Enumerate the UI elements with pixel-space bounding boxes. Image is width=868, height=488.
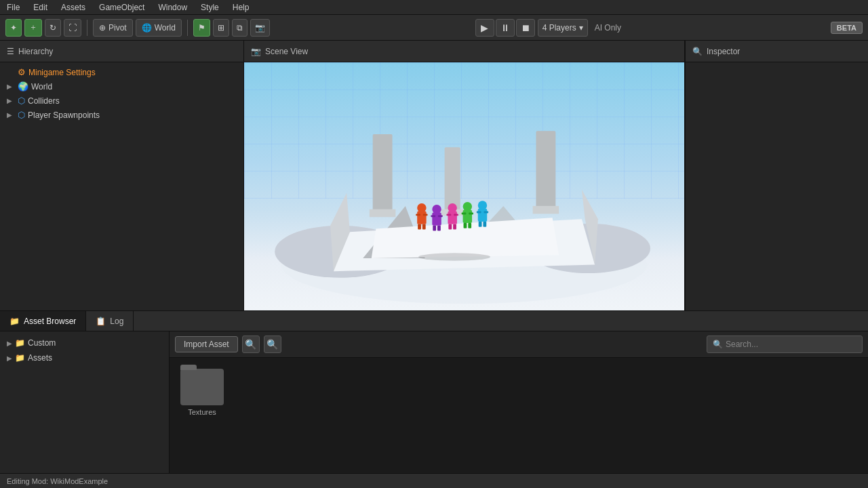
- menu-assets[interactable]: Assets: [58, 1, 88, 14]
- players-label: 4 Players: [542, 23, 576, 33]
- separator-2: [187, 20, 188, 36]
- folder-icon: 📁: [15, 338, 25, 348]
- transport-controls: ▶ ⏸ ⏹: [475, 19, 535, 37]
- svg-rect-40: [483, 222, 486, 227]
- asset-bottom: ▶ 📁 Custom ▶ 📁 Assets Import Asset 🔍: [0, 331, 868, 473]
- folder-icon: 📁: [9, 317, 20, 326]
- tree-item-assets[interactable]: ▶ 📁 Assets: [0, 350, 169, 365]
- main-area: ☰ Hierarchy ⚙ Minigame Settings ▶ 🌍 Worl…: [0, 41, 868, 310]
- tree-item-label: Custom: [28, 338, 56, 348]
- tab-asset-browser-label: Asset Browser: [24, 317, 76, 326]
- play-button[interactable]: ▶: [475, 19, 494, 37]
- flag-button[interactable]: ⚑: [193, 19, 210, 37]
- globe-icon: 🌍: [18, 81, 28, 92]
- svg-rect-13: [416, 214, 420, 216]
- svg-rect-21: [433, 226, 436, 231]
- svg-rect-5: [536, 131, 555, 209]
- svg-rect-28: [453, 224, 456, 230]
- bottom-area: 📁 Asset Browser 📋 Log ▶ 📁 Custom ▶ 📁: [0, 310, 868, 473]
- hierarchy-item-colliders[interactable]: ▶ ⬡ Colliders: [0, 94, 243, 108]
- menu-style[interactable]: Style: [198, 1, 222, 14]
- search-input[interactable]: [726, 340, 856, 349]
- asset-item-textures[interactable]: Textures: [178, 366, 226, 419]
- svg-rect-32: [469, 213, 473, 215]
- plus-square-icon: ＋: [29, 22, 37, 33]
- log-icon: 📋: [96, 317, 106, 326]
- asset-browser-panel: 📁 Asset Browser 📋 Log ▶ 📁 Custom ▶ 📁: [0, 311, 868, 473]
- fullscreen-icon: ⛶: [68, 23, 77, 33]
- camera-button[interactable]: 📷: [250, 19, 270, 37]
- tree-item-custom[interactable]: ▶ 📁 Custom: [0, 336, 169, 350]
- scene-title: Scene View: [265, 47, 308, 56]
- zoom-out-button[interactable]: 🔍: [264, 336, 281, 353]
- svg-rect-14: [423, 214, 428, 216]
- svg-point-41: [418, 253, 490, 261]
- menu-gameobject[interactable]: GameObject: [96, 1, 147, 14]
- menu-help[interactable]: Help: [230, 1, 252, 14]
- hierarchy-panel: ☰ Hierarchy ⚙ Minigame Settings ▶ 🌍 Worl…: [0, 41, 244, 310]
- layers-button[interactable]: ⧉: [232, 19, 248, 37]
- new-button[interactable]: ✦: [5, 19, 22, 37]
- search-icon: 🔍: [692, 47, 703, 56]
- menu-window[interactable]: Window: [155, 1, 190, 14]
- pivot-icon: ⊕: [99, 23, 106, 33]
- svg-rect-19: [431, 215, 435, 217]
- svg-point-30: [463, 202, 472, 211]
- status-bar: Editing Mod: WikiModExample: [0, 473, 868, 488]
- import-asset-button[interactable]: Import Asset: [175, 336, 238, 352]
- scene-view[interactable]: [244, 62, 684, 310]
- expand-icon: ▶: [7, 97, 15, 104]
- stop-button[interactable]: ⏹: [516, 19, 535, 37]
- scene-panel: 📷 Scene View: [244, 41, 685, 310]
- search-icon: 🔍: [713, 340, 723, 349]
- tab-asset-browser[interactable]: 📁 Asset Browser: [0, 311, 86, 331]
- svg-rect-34: [468, 223, 471, 228]
- pivot-label: Pivot: [108, 23, 127, 33]
- svg-point-24: [448, 203, 456, 212]
- textures-folder-icon: [180, 369, 224, 405]
- refresh-button[interactable]: ↻: [45, 19, 61, 37]
- hierarchy-content: ⚙ Minigame Settings ▶ 🌍 World ▶ ⬡ Collid…: [0, 62, 243, 310]
- tree-item-label: Assets: [28, 353, 52, 363]
- menu-edit[interactable]: Edit: [31, 1, 50, 14]
- svg-rect-31: [462, 213, 467, 215]
- svg-rect-37: [477, 211, 481, 214]
- refresh-icon: ↻: [50, 23, 56, 33]
- svg-rect-38: [484, 211, 488, 214]
- svg-rect-4: [370, 209, 396, 218]
- asset-tree: ▶ 📁 Custom ▶ 📁 Assets: [0, 331, 170, 473]
- world-button[interactable]: 🌐 World: [136, 19, 182, 37]
- svg-rect-7: [445, 147, 460, 212]
- menu-file[interactable]: File: [4, 1, 22, 14]
- hierarchy-item-player-spawnpoints[interactable]: ▶ ⬡ Player Spawnpoints: [0, 108, 243, 122]
- add-button[interactable]: ＋: [24, 19, 42, 37]
- collider-icon: ⬡: [18, 96, 25, 106]
- svg-rect-22: [437, 226, 441, 231]
- pause-button[interactable]: ⏸: [496, 19, 515, 37]
- svg-rect-15: [418, 224, 421, 230]
- bottom-tabs: 📁 Asset Browser 📋 Log: [0, 311, 868, 331]
- pivot-button[interactable]: ⊕ Pivot: [93, 19, 133, 37]
- hierarchy-item-minigame-settings[interactable]: ⚙ Minigame Settings: [0, 65, 243, 79]
- hierarchy-item-world[interactable]: ▶ 🌍 World: [0, 79, 243, 94]
- ai-only-label: AI Only: [591, 23, 625, 33]
- expand-icon: ▶: [7, 111, 15, 119]
- fullscreen-button[interactable]: ⛶: [64, 19, 81, 37]
- svg-rect-20: [438, 215, 443, 217]
- play-icon: ▶: [481, 22, 488, 33]
- spawn-icon: ⬡: [18, 110, 25, 120]
- svg-rect-25: [446, 214, 451, 216]
- camera-icon: 📷: [255, 23, 265, 33]
- svg-rect-35: [478, 209, 487, 222]
- flag-icon: ⚑: [198, 23, 205, 33]
- asset-toolbar: Import Asset 🔍 🔍 🔍: [170, 331, 868, 358]
- asset-grid: Textures: [170, 358, 868, 473]
- camera-icon: 📷: [251, 47, 261, 56]
- tab-log[interactable]: 📋 Log: [86, 311, 134, 331]
- expand-icon: ▶: [7, 340, 12, 347]
- hier-item-label: World: [31, 82, 52, 92]
- grid-button[interactable]: ⊞: [213, 19, 229, 37]
- tab-log-label: Log: [110, 317, 123, 326]
- zoom-in-button[interactable]: 🔍: [242, 336, 260, 353]
- players-dropdown[interactable]: 4 Players ▾: [538, 19, 588, 37]
